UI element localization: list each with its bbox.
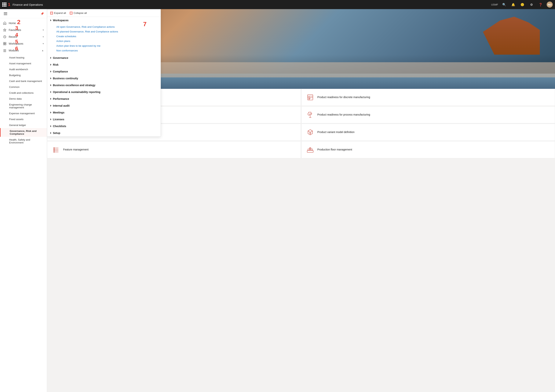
section-header-compliance[interactable]: Compliance xyxy=(47,68,161,75)
link-all-planned-grc[interactable]: All planned Governance, Risk and Complia… xyxy=(53,29,161,34)
card-product-readiness-process[interactable]: Product readiness for process manufactur… xyxy=(301,106,555,123)
modules-list-icon xyxy=(3,49,7,52)
link-all-open-grc[interactable]: All open Governance, Risk and Compliance… xyxy=(53,24,161,29)
grid-menu-icon[interactable] xyxy=(2,2,7,7)
expand-all-label: Expand all xyxy=(54,12,66,15)
compliance-chevron-icon xyxy=(50,71,51,73)
module-item-credit-collections[interactable]: Credit and collections xyxy=(0,90,47,96)
section-header-licenses[interactable]: Licenses xyxy=(47,116,161,123)
risk-section-label: Risk xyxy=(53,63,58,66)
sidebar-item-favourites[interactable]: Favourites ▾ 3 xyxy=(0,27,47,33)
sidebar-item-modules[interactable]: Modules ▲ 6 xyxy=(0,47,47,54)
topbar-logo: 1 xyxy=(8,2,10,7)
section-header-meetings[interactable]: Meetings xyxy=(47,109,161,116)
link-action-plan-lines[interactable]: Action plan lines to be approved by me xyxy=(53,44,161,48)
content-area: Environmental management Product readin xyxy=(47,9,555,392)
module-item-engineering-change[interactable]: Engineering change management xyxy=(0,102,47,111)
collapse-all-label: Collapse all xyxy=(73,12,87,15)
operational-sustainability-section-label: Operational & sustainability reporting xyxy=(53,90,100,94)
operational-sustainability-chevron-icon xyxy=(50,91,51,93)
workspaces-section-items: All open Governance, Risk and Compliance… xyxy=(47,24,161,54)
pin-icon[interactable]: 📌 xyxy=(41,12,44,15)
section-header-risk[interactable]: Risk xyxy=(47,61,161,68)
internal-audit-chevron-icon xyxy=(50,105,51,107)
expand-all-icon xyxy=(50,12,53,15)
module-item-cash-bank[interactable]: Cash and bank management xyxy=(0,78,47,84)
link-action-plans[interactable]: Action plans xyxy=(53,39,161,44)
dropdown-section-governance: Governance xyxy=(47,54,161,61)
link-create-schedules[interactable]: Create schedules xyxy=(53,34,161,39)
svg-rect-11 xyxy=(307,95,313,100)
hamburger-menu-icon[interactable] xyxy=(3,12,8,16)
risk-chevron-icon xyxy=(50,64,51,66)
card-feature-management-label: Feature management xyxy=(63,148,88,152)
governance-chevron-icon xyxy=(50,57,51,59)
module-item-budgeting[interactable]: Budgeting xyxy=(0,72,47,78)
section-header-operational-sustainability[interactable]: Operational & sustainability reporting xyxy=(47,89,161,96)
user-avatar[interactable]: NO xyxy=(547,1,553,7)
module-item-demo-data[interactable]: Demo data xyxy=(0,96,47,102)
card-product-readiness-discrete[interactable]: Product readiness for discrete manufactu… xyxy=(301,89,555,106)
sidebar-recent-label: Recent xyxy=(9,35,40,38)
module-item-fixed-assets[interactable]: Fixed assets xyxy=(0,116,47,122)
dropdown-section-operational-sustainability: Operational & sustainability reporting xyxy=(47,89,161,96)
help-question-icon[interactable]: ❓ xyxy=(538,1,544,7)
module-item-grc[interactable]: Governance, Risk and Compliance xyxy=(0,128,47,137)
collapse-all-button[interactable]: Collapse all xyxy=(70,12,87,15)
svg-rect-35 xyxy=(308,149,309,150)
modules-chevron-icon: ▲ xyxy=(42,49,44,52)
link-non-conformances[interactable]: Non conformances xyxy=(53,48,161,53)
governance-section-label: Governance xyxy=(53,56,68,59)
section-header-checklists[interactable]: Checklists xyxy=(47,123,161,130)
settings-gear-icon[interactable]: ⚙ xyxy=(528,1,534,7)
section-header-business-excellence[interactable]: Business excellence and strategy xyxy=(47,82,161,89)
setup-chevron-icon xyxy=(50,132,51,134)
dropdown-section-workspaces: Workspaces All open Governance, Risk and… xyxy=(47,17,161,54)
section-header-performance[interactable]: Performance xyxy=(47,96,161,102)
section-header-setup[interactable]: Setup xyxy=(47,130,161,136)
module-item-asset-leasing[interactable]: Asset leasing xyxy=(0,55,47,60)
card-feature-management[interactable]: Feature management xyxy=(47,141,301,158)
meetings-section-label: Meetings xyxy=(53,111,65,114)
module-list: Asset leasing Asset management Audit wor… xyxy=(0,54,47,146)
sidebar-item-workspaces[interactable]: Workspaces ▾ 5 xyxy=(0,40,47,47)
sidebar-item-home[interactable]: Home xyxy=(0,20,47,27)
module-item-asset-management[interactable]: Asset management xyxy=(0,60,47,67)
recent-clock-icon xyxy=(3,35,7,38)
performance-section-label: Performance xyxy=(53,97,69,100)
module-item-health-safety[interactable]: Health, Safety and Environment xyxy=(0,137,47,146)
dropdown-section-meetings: Meetings xyxy=(47,109,161,116)
card-product-variant-model[interactable]: Product variant model definition xyxy=(301,124,555,141)
dropdown-section-risk: Risk xyxy=(47,61,161,68)
licenses-section-label: Licenses xyxy=(53,118,64,121)
svg-point-19 xyxy=(309,114,311,115)
dropdown-section-checklists: Checklists xyxy=(47,123,161,130)
module-item-expense-management[interactable]: Expense management xyxy=(0,111,47,116)
section-header-governance[interactable]: Governance xyxy=(47,54,161,61)
business-continuity-chevron-icon xyxy=(50,77,51,79)
section-header-internal-audit[interactable]: Internal audit xyxy=(47,102,161,109)
mountain-decoration xyxy=(483,17,540,55)
favourites-chevron-icon: ▾ xyxy=(43,29,44,31)
svg-point-31 xyxy=(54,149,54,150)
collapse-all-icon xyxy=(70,12,73,15)
search-button[interactable]: 🔍 xyxy=(501,1,507,7)
internal-audit-section-label: Internal audit xyxy=(53,104,70,107)
notification-bell-icon[interactable]: 🔔 xyxy=(510,1,516,7)
sidebar-item-recent[interactable]: Recent ▾ 4 xyxy=(0,33,47,40)
dropdown-section-business-excellence: Business excellence and strategy xyxy=(47,82,161,89)
module-item-common[interactable]: Common xyxy=(0,84,47,90)
section-header-business-continuity[interactable]: Business continuity xyxy=(47,75,161,82)
section-header-workspaces[interactable]: Workspaces xyxy=(47,17,161,24)
card-production-floor-management[interactable]: Production floor management xyxy=(301,141,555,158)
dropdown-section-performance: Performance xyxy=(47,96,161,102)
module-item-general-ledger[interactable]: General ledger xyxy=(0,122,47,128)
svg-rect-3 xyxy=(5,42,6,44)
meetings-chevron-icon xyxy=(50,111,51,113)
module-item-audit-workbench[interactable]: Audit workbench xyxy=(0,67,47,72)
dropdown-panel: 7 Expand all Collapse all Workspaces xyxy=(47,9,161,137)
emoji-feedback-icon[interactable]: 🙂 xyxy=(519,1,526,7)
expand-all-button[interactable]: Expand all xyxy=(50,12,66,15)
dropdown-section-compliance: Compliance xyxy=(47,68,161,75)
product-readiness-process-icon xyxy=(306,111,314,119)
